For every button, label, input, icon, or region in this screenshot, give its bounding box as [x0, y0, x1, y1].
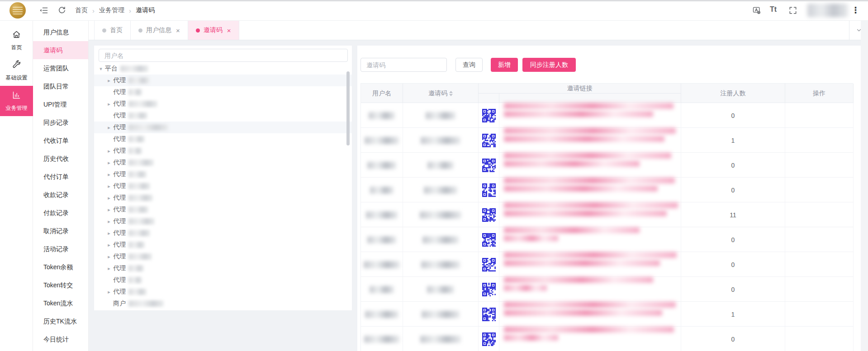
tree-node[interactable]: 代理 — [94, 133, 352, 145]
tree-node[interactable]: ▸代理 — [94, 75, 352, 86]
sidebar-item-2[interactable]: 基础设置 — [0, 56, 33, 86]
menu-item[interactable]: Token余额 — [33, 258, 88, 276]
tree-node[interactable]: ▸代理 — [94, 227, 352, 239]
cell-invite-link[interactable] — [499, 327, 681, 351]
cell-invite-link[interactable] — [499, 277, 681, 302]
cell-invite-link[interactable] — [499, 103, 681, 128]
tab-close-icon[interactable]: × — [176, 27, 180, 34]
tab-close-icon[interactable]: × — [227, 27, 231, 34]
menu-item[interactable]: 活动记录 — [33, 240, 88, 258]
qr-code-image[interactable] — [482, 183, 496, 197]
menu-item[interactable]: 团队日常 — [33, 77, 88, 95]
menu-item[interactable]: Token转交 — [33, 276, 88, 294]
capture-translate-icon[interactable] — [752, 5, 762, 15]
qr-code-image[interactable] — [482, 208, 496, 222]
tree-node[interactable]: 代理 — [94, 110, 352, 122]
fullscreen-icon[interactable] — [788, 5, 798, 15]
menu-item[interactable]: 历史TK流水 — [33, 312, 88, 330]
caret-collapsed-icon[interactable]: ▸ — [105, 242, 113, 248]
sidebar-item-1[interactable]: 首页 — [0, 25, 33, 56]
qr-code-image[interactable] — [482, 159, 496, 172]
menu-item[interactable]: 收款记录 — [33, 186, 88, 204]
menu-item[interactable]: 同步记录 — [33, 113, 88, 131]
user-name-redacted[interactable] — [807, 4, 848, 17]
caret-collapsed-icon[interactable]: ▸ — [105, 160, 113, 166]
caret-collapsed-icon[interactable]: ▸ — [105, 207, 113, 213]
font-size-icon[interactable]: Tt — [770, 5, 777, 14]
cell-invite-link[interactable] — [499, 153, 681, 178]
collapse-menu-icon[interactable] — [39, 5, 49, 15]
username-search-input[interactable] — [99, 49, 348, 62]
caret-collapsed-icon[interactable]: ▸ — [105, 195, 113, 201]
tree-node[interactable]: ▾平台 — [94, 63, 352, 75]
column-header-invite-code[interactable]: 邀请码 — [403, 84, 479, 103]
menu-item[interactable]: UPI管理 — [33, 95, 88, 113]
caret-collapsed-icon[interactable]: ▸ — [105, 172, 113, 178]
caret-collapsed-icon[interactable]: ▸ — [105, 230, 113, 236]
tree-node[interactable]: ▸代理 — [94, 239, 352, 251]
menu-item[interactable]: 运营团队 — [33, 59, 88, 77]
qr-code-image[interactable] — [482, 308, 496, 321]
tree-node[interactable]: ▸代理 — [94, 145, 352, 157]
caret-expanded-icon[interactable]: ▾ — [97, 66, 105, 72]
tree-node[interactable]: ▸代理 — [94, 251, 352, 262]
breadcrumb-item[interactable]: 业务管理 — [99, 6, 124, 14]
sort-icon[interactable] — [449, 91, 453, 96]
tab-用户信息[interactable]: 用户信息× — [131, 21, 188, 40]
tree-node[interactable]: 代理 — [94, 274, 352, 286]
tree-node[interactable]: ▸代理 — [94, 192, 352, 204]
qr-code-image[interactable] — [482, 233, 496, 247]
page-scrollbar[interactable] — [861, 21, 868, 351]
query-button[interactable]: 查询 — [455, 58, 483, 72]
tab-首页[interactable]: 首页 — [94, 21, 131, 40]
invite-code-search-input[interactable] — [360, 58, 447, 72]
caret-collapsed-icon[interactable]: ▸ — [105, 125, 113, 131]
caret-collapsed-icon[interactable]: ▸ — [105, 183, 113, 189]
menu-item[interactable]: 今日统计 — [33, 330, 88, 348]
caret-collapsed-icon[interactable]: ▸ — [105, 266, 113, 271]
menu-item[interactable]: 付款记录 — [33, 204, 88, 222]
caret-collapsed-icon[interactable]: ▸ — [105, 101, 113, 107]
sync-registrations-button[interactable]: 同步注册人数 — [522, 58, 576, 72]
caret-collapsed-icon[interactable]: ▸ — [105, 78, 113, 84]
menu-item[interactable]: Token流水 — [33, 294, 88, 312]
breadcrumb-item[interactable]: 首页 — [75, 6, 88, 14]
qr-code-image[interactable] — [482, 109, 496, 122]
qr-code-image[interactable] — [482, 258, 496, 271]
caret-collapsed-icon[interactable]: ▸ — [105, 219, 113, 225]
cell-invite-link[interactable] — [499, 128, 681, 153]
tree-node[interactable]: ▸代理 — [94, 98, 352, 110]
more-menu-icon[interactable]: ⋮ — [851, 5, 860, 16]
tree-node[interactable]: ▸代理 — [94, 168, 352, 180]
breadcrumb-item[interactable]: 邀请码 — [136, 6, 155, 14]
qr-code-image[interactable] — [482, 283, 496, 296]
tree-scrollbar-thumb[interactable] — [346, 71, 350, 145]
cell-invite-link[interactable] — [499, 178, 681, 202]
menu-item[interactable]: 取消记录 — [33, 222, 88, 240]
cell-invite-link[interactable] — [499, 252, 681, 277]
tree-node[interactable]: ▸代理 — [94, 262, 352, 274]
tree-node[interactable]: ▸代理 — [94, 157, 352, 168]
qr-code-image[interactable] — [482, 332, 496, 346]
tree-node[interactable]: ▸代理 — [94, 180, 352, 192]
menu-item[interactable]: 代付订单 — [33, 168, 88, 186]
caret-collapsed-icon[interactable]: ▸ — [105, 289, 113, 295]
cell-invite-link[interactable] — [499, 227, 681, 252]
caret-collapsed-icon[interactable]: ▸ — [105, 254, 113, 260]
menu-item[interactable]: 用户信息 — [33, 23, 88, 41]
tab-邀请码[interactable]: 邀请码× — [188, 21, 239, 40]
refresh-icon[interactable] — [57, 5, 67, 15]
tree-node[interactable]: 商户 — [94, 298, 352, 309]
tree-node[interactable]: ▸代理 — [94, 215, 352, 227]
tree-node[interactable]: ▸代理 — [94, 122, 352, 133]
menu-item[interactable]: 历史代收 — [33, 150, 88, 168]
tree-node[interactable]: 代理 — [94, 86, 352, 98]
cell-invite-link[interactable] — [499, 302, 681, 327]
qr-code-image[interactable] — [482, 134, 496, 147]
caret-collapsed-icon[interactable]: ▸ — [105, 148, 113, 154]
cell-invite-link[interactable] — [499, 202, 681, 227]
tree-node[interactable]: ▸代理 — [94, 286, 352, 298]
menu-item[interactable]: 邀请码 — [33, 41, 88, 59]
sidebar-item-3[interactable]: 业务管理 — [0, 86, 33, 116]
add-button[interactable]: 新增 — [491, 58, 518, 72]
